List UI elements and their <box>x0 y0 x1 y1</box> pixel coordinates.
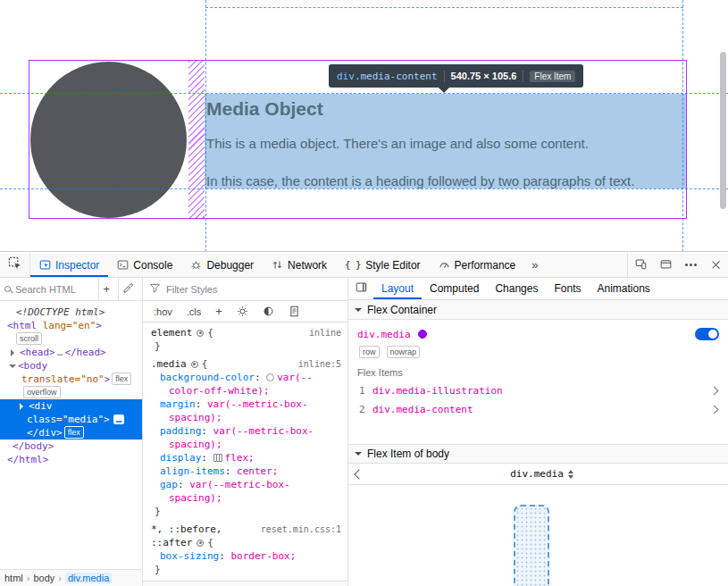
css-declaration[interactable]: gapvar(--metric-box-spacing) <box>151 478 341 505</box>
section-flex-container[interactable]: Flex Container <box>348 300 728 320</box>
tab-computed[interactable]: Computed <box>422 278 487 299</box>
close-devtools-button[interactable] <box>703 253 728 277</box>
responsive-design-icon <box>635 257 647 273</box>
rule-source-link[interactable]: inline <box>304 326 341 339</box>
tab-network[interactable]: Network <box>263 253 336 277</box>
tooltip-dimensions: 540.75 × 105.6 <box>451 71 517 81</box>
selected-node-div-media[interactable]: <div class="media">… </div>flex <box>0 399 142 440</box>
pick-element-icon <box>8 256 21 273</box>
tab-changes[interactable]: Changes <box>487 278 546 299</box>
flex-guide-horizontal-content-bottom <box>0 188 728 189</box>
style-editor-icon <box>345 260 361 270</box>
tab-inspector[interactable]: Inspector <box>30 253 108 277</box>
pseudo-class-button[interactable]: :hov <box>154 306 172 317</box>
overflow-badge-row: overflow <box>0 386 142 399</box>
filter-styles-input[interactable]: Filter Styles <box>143 278 347 301</box>
expand-arrow-icon[interactable] <box>20 403 27 410</box>
scroll-badge[interactable]: scroll <box>16 332 42 345</box>
flex-container-row: div.media <box>348 320 728 342</box>
collapsed-content-ellipsis[interactable]: … <box>113 414 125 424</box>
css-declaration[interactable]: marginvar(--metric-box-spacing) <box>151 398 341 424</box>
html-node[interactable]: <html lang="en"> <box>0 319 142 332</box>
rule-selector[interactable]: .media <box>151 357 187 371</box>
media-illustration-circle <box>30 62 187 218</box>
body-node[interactable]: <body <box>0 359 142 373</box>
pick-element-button[interactable] <box>0 253 30 277</box>
css-declaration[interactable]: displayflex <box>151 451 341 465</box>
tab-performance[interactable]: Performance <box>430 253 525 277</box>
tab-console[interactable]: Console <box>108 253 181 277</box>
color-swatch[interactable] <box>266 373 274 381</box>
overlay-color-swatch[interactable] <box>418 330 427 339</box>
rule-selector[interactable]: element <box>151 326 192 339</box>
rules-view: Filter Styles :hov .cls + element { inli… <box>143 278 348 586</box>
breadcrumb-item-body[interactable]: body <box>33 573 65 583</box>
doctype-node[interactable]: <!DOCTYPE html> <box>0 306 142 319</box>
css-declaration[interactable]: align-itemscenter <box>151 465 341 478</box>
chevron-right-icon <box>710 406 719 414</box>
rule-reset: *, ::before, reset.min.css:1 ::after { b… <box>143 523 347 576</box>
responsive-design-mode-button[interactable] <box>628 253 653 277</box>
tab-style-editor[interactable]: Style Editor <box>336 253 429 277</box>
expand-arrow-icon[interactable] <box>11 349 18 356</box>
tab-label: Debugger <box>206 259 254 272</box>
rule-selector[interactable]: ::after <box>151 536 192 549</box>
body-close-row[interactable]: </body> <box>0 440 142 453</box>
pane-toggle-button[interactable] <box>348 278 373 299</box>
css-declaration[interactable]: paddingvar(--metric-box-spacing) <box>151 424 341 451</box>
flex-direction-badges: row nowrap <box>348 342 728 364</box>
page-scrollbar[interactable] <box>720 52 726 209</box>
head-node[interactable]: <head>…</head> <box>0 346 142 359</box>
flex-overlay-toggle[interactable] <box>695 328 719 340</box>
flexbox-toggle-icon[interactable] <box>213 454 222 462</box>
tab-layout[interactable]: Layout <box>373 278 422 299</box>
rule-source-link[interactable]: reset.min.css:1 <box>255 523 341 536</box>
inherited-from-body-header: Inherited from body <box>143 581 347 586</box>
markup-toolbar: Search HTML + <box>0 278 142 301</box>
breadcrumb-item-html[interactable]: html <box>4 573 33 583</box>
css-declaration[interactable]: background-colorvar(--color-off-white) <box>151 371 341 398</box>
browser-viewport[interactable]: Media Object This is a media object. The… <box>0 0 728 252</box>
doctype-text: <!DOCTYPE html> <box>16 306 105 318</box>
performance-icon <box>439 259 450 271</box>
collapse-arrow-icon[interactable] <box>9 364 16 372</box>
html-close-row[interactable]: </html> <box>0 453 142 466</box>
overflow-badge[interactable]: overflow <box>23 386 61 398</box>
selector-highlighter-icon[interactable] <box>197 540 204 547</box>
close-icon <box>711 260 721 270</box>
dark-scheme-button[interactable] <box>263 306 274 317</box>
flex-item-selector-dropdown[interactable]: div.media <box>363 468 721 480</box>
eyedropper-button[interactable] <box>118 278 138 300</box>
search-html-input[interactable]: Search HTML <box>4 284 94 295</box>
tab-debugger[interactable]: Debugger <box>181 253 263 277</box>
collapsed-content-ellipsis[interactable]: … <box>55 347 65 358</box>
section-flex-item-of-body[interactable]: Flex Item of body <box>348 444 728 464</box>
flex-guide-vertical-right <box>682 0 683 252</box>
tab-animations[interactable]: Animations <box>589 278 657 299</box>
selector-highlighter-icon[interactable] <box>191 361 198 368</box>
add-rule-button[interactable]: + <box>215 305 222 318</box>
flex-item-row-1[interactable]: 1 div.media-illustration <box>348 381 728 400</box>
class-toggle-button[interactable]: .cls <box>187 306 202 317</box>
tooltip-flex-item-badge: Flex Item <box>530 71 575 82</box>
flex-container-selector[interactable]: div.media <box>357 329 411 340</box>
tab-fonts[interactable]: Fonts <box>546 278 589 299</box>
rule-selector[interactable]: *, ::before, <box>151 523 222 536</box>
breadcrumb-item-div-media[interactable]: div.media <box>65 573 112 583</box>
flex-badge[interactable]: flex <box>64 426 84 439</box>
light-scheme-button[interactable] <box>237 306 248 317</box>
css-declaration[interactable]: box-sizingborder-box <box>151 549 341 563</box>
selector-highlighter-icon[interactable] <box>197 330 204 337</box>
toolb­ox-dock-button[interactable] <box>653 253 678 277</box>
rule-source-link[interactable]: inline:5 <box>293 357 341 371</box>
toolbox-menu-button[interactable] <box>678 253 703 277</box>
body-attr-row[interactable]: translate="no">flex <box>0 373 142 386</box>
tab-label: Network <box>288 259 327 272</box>
add-node-button[interactable]: + <box>98 278 113 300</box>
more-tabs-button[interactable]: » <box>524 253 545 277</box>
scroll-badge-row: scroll <box>0 332 142 346</box>
flex-guide-vertical-left <box>205 0 206 252</box>
flex-item-row-2[interactable]: 2 div.media-content <box>348 400 728 419</box>
print-media-button[interactable] <box>289 306 300 317</box>
flex-badge[interactable]: flex <box>112 373 131 385</box>
